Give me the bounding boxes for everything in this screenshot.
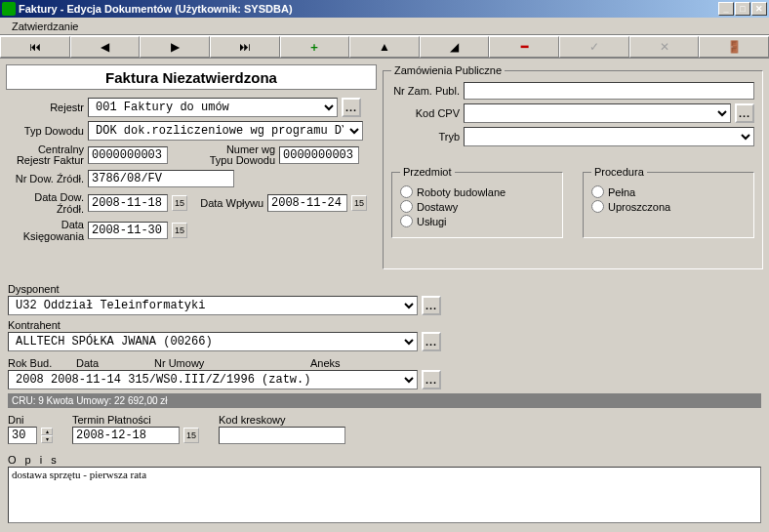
- confirm-button[interactable]: ✓: [559, 36, 629, 58]
- check-icon: ✓: [589, 40, 599, 54]
- dni-spinner[interactable]: ▴▾: [41, 428, 53, 443]
- label-centralny-2: Rejestr Faktur: [6, 155, 84, 166]
- up-icon: ▲: [379, 40, 390, 54]
- plus-icon: ＋: [308, 39, 320, 56]
- label-aneks: Aneks: [310, 357, 341, 369]
- spin-up-icon: ▴: [41, 428, 53, 435]
- window-title: Faktury - Edycja Dokumentów (Użytkownik:…: [19, 3, 718, 15]
- procedura-group: Procedura Pełna Uproszczona: [583, 166, 754, 238]
- dysponent-lookup-button[interactable]: ...: [422, 296, 441, 315]
- dysponent-select[interactable]: U32 Oddział Teleinformatyki: [8, 296, 418, 315]
- maximize-button[interactable]: □: [735, 2, 750, 16]
- label-data-wplywu: Data Wpływu: [195, 197, 263, 209]
- data-wplywu-cal-button[interactable]: 15: [351, 195, 367, 211]
- nav-last-button[interactable]: ⏭: [210, 36, 280, 58]
- label-kod-cpv: Kod CPV: [391, 107, 460, 119]
- status-strip: CRU: 9 Kwota Umowy: 22 692,00 zł: [8, 393, 761, 408]
- up-button[interactable]: ▲: [349, 36, 420, 58]
- first-icon: ⏮: [29, 40, 41, 54]
- numer-wg-input[interactable]: [279, 146, 359, 164]
- procedura-pelna[interactable]: Pełna: [591, 185, 746, 198]
- kod-kreskowy-input[interactable]: [219, 427, 345, 444]
- toolbar: ⏮ ◀ ▶ ⏭ ＋ ▲ ◢ ━ ✓ ✕ 🚪: [0, 35, 769, 59]
- label-nr-zam: Nr Zam. Publ.: [391, 85, 460, 97]
- data-dow-zrodl-cal-button[interactable]: 15: [172, 195, 187, 211]
- label-typ-dowodu: Typ Dowodu: [6, 125, 84, 137]
- przedmiot-group: Przedmiot Roboty budowlane Dostawy Usług…: [391, 166, 563, 238]
- edit-button[interactable]: ◢: [420, 36, 490, 58]
- header-title: Faktura Niezatwierdzona: [6, 64, 377, 90]
- close-button[interactable]: ✕: [751, 2, 767, 16]
- umowa-select[interactable]: 2008 2008-11-14 315/WS0.III/Z/1996 (zatw…: [8, 370, 418, 389]
- label-data: Data: [76, 357, 135, 369]
- calendar-icon: 15: [175, 198, 184, 208]
- add-button[interactable]: ＋: [280, 36, 350, 58]
- data-dow-zrodl-input[interactable]: [88, 194, 168, 212]
- przedmiot-dostawy[interactable]: Dostawy: [400, 200, 554, 213]
- dni-input[interactable]: [8, 427, 37, 444]
- label-rok-bud: Rok Bud.: [8, 357, 57, 369]
- spin-down-icon: ▾: [41, 435, 53, 443]
- termin-platnosci-input[interactable]: [72, 427, 180, 444]
- zamowienia-publiczne-group: Zamówienia Publiczne Nr Zam. Publ. Kod C…: [383, 64, 763, 269]
- nav-prev-button[interactable]: ◀: [70, 36, 141, 58]
- nr-zam-input[interactable]: [464, 82, 754, 100]
- data-wplywu-input[interactable]: [267, 194, 347, 212]
- kontrahent-lookup-button[interactable]: ...: [422, 332, 441, 351]
- calendar-icon: 15: [175, 225, 184, 235]
- menu-zatwierdzanie[interactable]: Zatwierdzanie: [6, 20, 84, 33]
- app-icon: [2, 2, 16, 16]
- legend-procedura: Procedura: [591, 166, 647, 178]
- tryb-select[interactable]: [464, 127, 754, 146]
- legend-zamowienia: Zamówienia Publiczne: [391, 64, 505, 76]
- kontrahent-select[interactable]: ALLTECH SPÓŁKA JWANA (00266): [8, 332, 418, 351]
- edit-icon: ◢: [450, 40, 459, 54]
- menubar: Zatwierdzanie: [0, 18, 769, 35]
- label-kontrahent: Kontrahent: [8, 319, 761, 331]
- minus-icon: ━: [521, 40, 528, 54]
- umowa-lookup-button[interactable]: ...: [422, 370, 441, 389]
- exit-button[interactable]: 🚪: [699, 36, 769, 58]
- centralny-rejestr-input[interactable]: [88, 146, 168, 164]
- termin-platnosci-cal-button[interactable]: 15: [183, 428, 199, 443]
- door-icon: 🚪: [727, 40, 742, 54]
- label-data-ksiegowania: Data Księgowania: [6, 219, 84, 242]
- procedura-uproszczona[interactable]: Uproszczona: [591, 200, 746, 213]
- przedmiot-uslugi[interactable]: Usługi: [400, 215, 554, 227]
- nr-dow-zrodl-input[interactable]: [88, 170, 234, 187]
- x-icon: ✕: [660, 40, 669, 54]
- delete-button[interactable]: ━: [489, 36, 559, 58]
- titlebar: Faktury - Edycja Dokumentów (Użytkownik:…: [0, 0, 769, 18]
- opis-textarea[interactable]: [8, 467, 761, 523]
- label-dysponent: Dysponent: [8, 283, 761, 295]
- typ-dowodu-select[interactable]: DOK dok.rozliczeniowe wg programu DYS: [88, 121, 363, 141]
- label-termin-platnosci: Termin Płatności: [72, 414, 199, 426]
- label-tryb: Tryb: [391, 131, 460, 143]
- label-dni: Dni: [8, 414, 53, 426]
- kod-cpv-select[interactable]: [464, 103, 731, 123]
- cancel-button[interactable]: ✕: [629, 36, 700, 58]
- rejestr-select[interactable]: 001 Faktury do umów: [88, 98, 338, 117]
- minimize-button[interactable]: _: [718, 2, 734, 16]
- label-rejestr: Rejestr: [6, 102, 84, 113]
- legend-przedmiot: Przedmiot: [400, 166, 455, 178]
- prev-icon: ◀: [101, 40, 109, 54]
- label-nr-dow-zrodl: Nr Dow. Źródł.: [6, 173, 84, 184]
- last-icon: ⏭: [239, 40, 251, 54]
- label-nr-umowy: Nr Umowy: [154, 357, 291, 369]
- przedmiot-roboty[interactable]: Roboty budowlane: [400, 185, 554, 198]
- nav-next-button[interactable]: ▶: [140, 36, 210, 58]
- calendar-icon: 15: [186, 430, 196, 440]
- label-numer-wg-2: Typu Dowodu: [191, 155, 275, 166]
- label-kod-kreskowy: Kod kreskowy: [219, 414, 345, 426]
- rejestr-lookup-button[interactable]: ...: [342, 98, 361, 117]
- label-data-dow-zrodl: Data Dow. Źródł.: [6, 191, 84, 215]
- nav-first-button[interactable]: ⏮: [0, 36, 70, 58]
- calendar-icon: 15: [354, 198, 364, 208]
- data-ksiegowania-cal-button[interactable]: 15: [172, 223, 187, 238]
- label-opis: O p i s: [8, 454, 761, 466]
- data-ksiegowania-input[interactable]: [88, 222, 168, 239]
- kod-cpv-lookup-button[interactable]: ...: [735, 103, 754, 123]
- next-icon: ▶: [171, 40, 180, 54]
